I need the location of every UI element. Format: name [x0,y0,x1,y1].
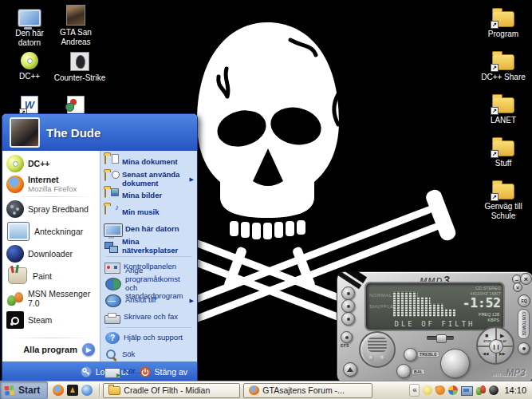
balance-knob[interactable] [396,364,411,378]
menu-item-label: Den här datorn [125,225,179,234]
speaker-dot [380,355,385,361]
folder-pictures-icon [104,188,106,198]
start-menu-item-downloader[interactable]: Downloader [4,243,98,264]
start-menu-item-anslut-till[interactable]: Anslut till ▶ [103,292,195,309]
windowshade-button[interactable]: ˅ [513,282,522,292]
desktop-icon-dcpp-share[interactable]: DC++ Share [479,49,528,82]
key-icon [81,366,92,377]
treble-knob[interactable] [404,348,417,361]
start-menu-item-den-har-datorn[interactable]: Den här datorn [103,221,195,238]
menu-item-label: Mina bilder [122,192,162,200]
start-menu-item-skrivare-och-fax[interactable]: Skrivare och fax [103,309,195,326]
separator [7,196,95,197]
start-menu-item-spray-bredband[interactable]: Spray Bredband [4,199,98,219]
start-menu-item-dcpp[interactable]: DC++ [4,153,98,174]
menu-item-label: Steam [28,315,52,325]
start-button-label: Start [18,385,40,396]
mode-button-3[interactable] [341,312,355,326]
start-button[interactable]: Start [0,381,48,399]
tray-chevron-button[interactable]: « [409,384,420,397]
user-name: The Dude [46,126,100,140]
network-places-icon [104,239,119,253]
msn-icon [6,290,24,307]
task-button-gtasajtens-forum[interactable]: GTAsajtens Forum -... [243,383,372,398]
start-menu-item-mina-dokument[interactable]: Mina dokument [103,154,195,171]
all-programs-button[interactable]: Alla program ▶ [4,340,98,359]
start-menu-item-mina-natverksplatser[interactable]: Mina nätverksplatser [103,238,195,255]
mode-normal-label: NORMAL [369,293,392,298]
msn-flame-icon[interactable] [435,385,446,396]
next-button[interactable]: ▶▶ [499,352,506,356]
pause-button[interactable]: ❙❙ [489,339,503,354]
desktop-icon-gta-san-andreas[interactable]: GTA San Andreas [51,5,100,46]
firefox-icon[interactable] [53,385,64,396]
system-tray: « 14:10 [405,384,532,397]
seek-slider-thumb[interactable] [436,334,447,343]
cd-disc-icon [6,155,24,172]
steam-tray-icon[interactable] [489,385,499,395]
desktop-icon-label: Counter-Strike [49,73,110,83]
seek-slider[interactable] [427,336,454,340]
desktop-icon-genvag-till-schule[interactable]: Genväg till Schule [479,179,528,220]
start-menu-item-senast-anvanda-dokument[interactable]: Senast använda dokument ▶ [103,171,195,188]
msn-buddies-icon[interactable] [476,385,486,395]
separator [106,327,192,328]
start-menu-item-min-musik[interactable]: Min musik [103,204,195,221]
menu-item-label: DC++ [28,159,49,168]
counter-strike-icon [70,52,89,71]
browser-icon[interactable] [81,385,93,396]
folder-icon [492,184,514,200]
task-button-cradle-of-filth[interactable]: Cradle Of Filth - Midian [103,383,240,398]
desktop-icon-program[interactable]: Program [479,6,528,39]
start-menu-item-hjalp-och-support[interactable]: Hjälp och support [103,330,195,346]
start-menu-item-mina-bilder[interactable]: Mina bilder [103,188,195,204]
desktop-icon-dcpp[interactable]: DC++ [5,50,54,81]
volume-knob[interactable] [440,349,470,378]
playlist-button[interactable] [518,342,530,354]
desktop: Den här datorn GTA San Andreas DC++ Coun… [0,0,532,399]
folder-icon [492,11,514,27]
logo-prefix: wina [492,370,506,377]
stop-button[interactable]: ■ [485,333,488,338]
start-menu-item-internet[interactable]: Internet Mozilla Firefox [4,174,98,195]
messenger-status-icon[interactable] [423,385,432,395]
network-icon[interactable] [461,386,473,396]
start-menu-item-programatkomst[interactable]: Ange programåtkomst och standardprogram [103,275,195,292]
menu-item-label: Paint [33,271,52,281]
equalizer-button[interactable]: EQ [518,294,530,307]
menu-item-label: Hjälp och support [124,334,183,342]
adobe-icon [67,96,85,115]
start-menu-item-msn-messenger[interactable]: MSN Messenger 7.0 [4,287,98,310]
start-menu-pinned-column: DC++ Internet Mozilla Firefox Spray Bred… [2,151,100,361]
start-menu-item-anteckningar[interactable]: Anteckningar [4,219,98,243]
efs-button[interactable] [341,331,353,343]
submenu-arrow-icon: ▶ [190,176,194,183]
desktop-icon-stuff[interactable]: Stuff [479,136,528,168]
eject-button[interactable] [343,362,357,377]
desktop-icon-label: Den här datorn [5,29,54,47]
downloader-icon [6,245,24,263]
mode-button-1[interactable] [341,286,355,300]
windows-update-icon[interactable] [448,385,458,395]
mode-button-2[interactable] [341,299,355,313]
start-menu-item-paint[interactable]: Paint [4,264,98,287]
gta-photo-icon [66,5,85,26]
start-menu-item-steam[interactable]: Steam [4,310,98,330]
desktop-icon-lanet[interactable]: LANET [479,93,528,125]
customize-button[interactable]: CUSTOMIZE [518,309,530,339]
mp3-player-window: MMD3 NORMAL SHUFFLE CD.STEREO 44100HZ 16… [337,271,532,383]
desktop-icon-counter-strike[interactable]: Counter-Strike [49,50,110,83]
word-icon [21,96,38,115]
previous-button[interactable]: ◀◀ [483,352,489,356]
desktop-icon-den-har-datorn[interactable]: Den här datorn [5,6,54,47]
start-menu-item-sok[interactable]: Sök [103,346,195,363]
start-menu-item-kor[interactable]: Kör... [103,363,195,380]
help-icon [105,332,120,344]
efs-label: EFS [341,343,349,348]
desktop-icon-label: DC++ Share [479,73,528,82]
track-title-marquee: DLE OF FILTH [366,320,503,328]
spectrum-analyzer [393,290,457,317]
play-button[interactable]: ▶ [500,333,504,338]
close-icon[interactable]: × [520,273,532,285]
winamp-icon[interactable] [67,385,78,396]
